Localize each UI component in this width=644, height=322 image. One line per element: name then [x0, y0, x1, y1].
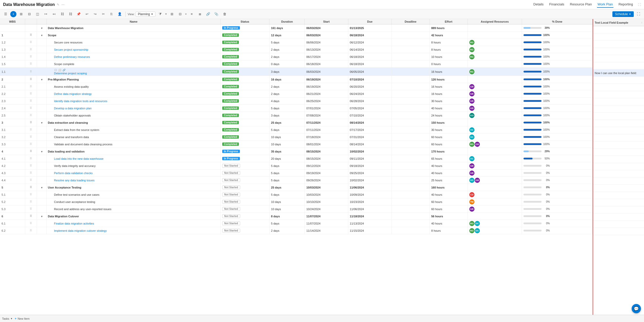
cell-drag[interactable]: ⠿ [25, 148, 37, 155]
new-item-button[interactable]: + New Item [15, 317, 30, 320]
nav-financials[interactable]: Financials [549, 1, 565, 8]
add-btn[interactable]: + [10, 11, 16, 17]
undo-icon[interactable]: ⊞ [17, 11, 25, 17]
drag-icon[interactable]: ⠿ [30, 78, 32, 81]
nav-details[interactable]: Details [533, 1, 544, 8]
cell-drag[interactable]: ⠿ [25, 39, 37, 46]
drag-icon[interactable]: ⠿ [30, 171, 32, 174]
cell-drag[interactable]: ⠿ [25, 53, 37, 60]
task-name-link[interactable]: Determine project scoping [54, 72, 87, 75]
drag-icon[interactable]: ⠿ [30, 164, 32, 167]
undo-btn[interactable]: ↩ [83, 11, 90, 17]
unlink-btn[interactable]: ⛓ [67, 11, 74, 17]
drag-icon[interactable]: ⠿ [30, 121, 32, 124]
drag-icon[interactable]: ⠿ [30, 150, 32, 153]
pin-btn[interactable]: 📌 [75, 11, 82, 17]
cell-drag[interactable]: ⠿ [25, 112, 37, 119]
right-panel-cell[interactable]: Now I can use the local plan field: [593, 69, 644, 77]
collapse-icon[interactable]: ▾ [41, 215, 42, 218]
group-chevron[interactable]: ▼ [185, 13, 187, 15]
nav-work-plan[interactable]: Work Plan [597, 1, 613, 8]
drag-icon[interactable]: ⠿ [30, 222, 32, 225]
drag-icon[interactable]: ⠿ [30, 92, 32, 95]
filter-icon[interactable]: ▼ [165, 13, 167, 15]
sort-icon[interactable]: ↕ [641, 21, 642, 24]
drag-icon[interactable]: ⠿ [30, 214, 32, 218]
link-icon[interactable]: 🔗 [62, 68, 66, 72]
collapse-icon[interactable]: ▾ [41, 150, 42, 153]
cell-drag[interactable]: ⠿ [25, 213, 37, 220]
cut-btn[interactable]: ✂ [100, 11, 107, 17]
menu-btn[interactable]: ☰ [2, 11, 9, 17]
tasks-dropdown[interactable]: Tasks ▼ [2, 317, 13, 320]
cell-drag[interactable]: ⠿ [25, 169, 37, 177]
indent-right-btn[interactable]: ↦ [42, 11, 49, 17]
nav-resource-plan[interactable]: Resource Plan [570, 1, 592, 8]
nav-reporting[interactable]: Reporting [618, 1, 633, 8]
cell-drag[interactable]: ⠿ [25, 32, 37, 39]
collapse-icon[interactable]: ▾ [41, 78, 42, 81]
cell-drag[interactable]: ⠿ [25, 184, 37, 191]
edit-icon[interactable]: ✎ [57, 3, 59, 6]
cell-drag[interactable]: ⠿ [25, 141, 37, 148]
cell-drag[interactable]: ⠿ [25, 155, 37, 162]
cell-drag[interactable]: ⠿ [25, 105, 37, 112]
cell-drag[interactable]: ⠿ [25, 205, 37, 213]
task-name-link[interactable]: Secure project sponsorship [54, 48, 88, 51]
cell-drag[interactable]: ⠿ [25, 90, 37, 97]
task-name-link[interactable]: Develop a data migration plan [54, 107, 91, 110]
task-name-link[interactable]: Load data into the new data warehouse [54, 157, 104, 160]
link-btn[interactable]: ⛓ [59, 11, 66, 17]
fab-button[interactable]: 💬 [632, 304, 641, 313]
cell-drag[interactable]: ⠿ [25, 119, 37, 126]
expand-all-btn[interactable]: ⛶ [635, 11, 642, 17]
filter-btn[interactable]: ⧩ [156, 11, 164, 17]
drag-icon[interactable]: ⠿ [30, 200, 32, 203]
task-name-link[interactable]: Implement data migration cutover strateg… [54, 229, 107, 232]
drag-icon[interactable]: ⠿ [30, 62, 32, 65]
cols-btn[interactable]: ⊞ [168, 11, 175, 17]
task-name-link[interactable]: Finalize data migration activities [54, 222, 94, 225]
cell-drag[interactable]: ⠿ [25, 191, 37, 198]
task-name-link[interactable]: Identify data migration tools and resour… [54, 100, 107, 103]
drag-icon[interactable]: ⠿ [30, 85, 32, 88]
drag-icon[interactable]: ⠿ [30, 128, 32, 131]
view-selector[interactable]: Planning ▼ [136, 12, 156, 17]
task-name-link[interactable]: Resolve any data loading issues [54, 179, 95, 182]
drag-icon[interactable]: ⠿ [30, 33, 32, 37]
copy-btn[interactable]: ⎘ [108, 11, 115, 17]
task-name-link[interactable]: Define preliminary resources [54, 55, 90, 58]
drag-icon[interactable]: ⠿ [30, 48, 32, 51]
cell-drag[interactable]: ⠿ [25, 46, 37, 53]
cell-drag[interactable]: ⠿ [25, 177, 37, 184]
cell-drag[interactable]: ⠿ [25, 133, 37, 141]
more-icon[interactable]: — [61, 3, 64, 6]
collapse-icon[interactable]: ▾ [41, 186, 42, 189]
collapse-icon[interactable]: ▾ [41, 121, 42, 124]
outdent-left-btn[interactable]: ↤ [50, 11, 58, 17]
cell-drag[interactable]: ⠿ [25, 68, 37, 76]
drag-icon[interactable]: ⠿ [30, 70, 32, 73]
task-name-link[interactable]: Perform data validation checks [54, 172, 92, 175]
cell-drag[interactable] [25, 24, 37, 32]
row-height-btn[interactable]: ≡ [188, 11, 195, 17]
cell-drag[interactable]: ⠿ [25, 198, 37, 205]
cell-drag[interactable]: ⠿ [25, 60, 37, 68]
checkbox-icon[interactable]: ☐ [54, 68, 57, 72]
drag-icon[interactable]: ⠿ [30, 114, 32, 117]
type-icon[interactable]: ⬜ [58, 68, 62, 72]
cell-drag[interactable]: ⠿ [25, 126, 37, 133]
drag-icon[interactable]: ⠿ [30, 99, 32, 102]
indent-btn[interactable]: ⊟ [26, 11, 33, 17]
drag-icon[interactable]: ⠿ [30, 193, 32, 196]
drag-icon[interactable]: ⠿ [30, 55, 32, 58]
cell-drag[interactable]: ⠿ [25, 76, 37, 83]
drag-icon[interactable]: ⠿ [30, 135, 32, 138]
drag-icon[interactable]: ⠿ [30, 178, 32, 182]
collapse-icon[interactable]: ▾ [41, 34, 42, 37]
drag-icon[interactable]: ⠿ [30, 186, 32, 189]
link2-btn[interactable]: 🔗 [204, 11, 212, 17]
drag-icon[interactable]: ⠿ [30, 41, 32, 44]
drag-icon[interactable]: ⠿ [30, 106, 32, 110]
cell-drag[interactable]: ⠿ [25, 220, 37, 227]
